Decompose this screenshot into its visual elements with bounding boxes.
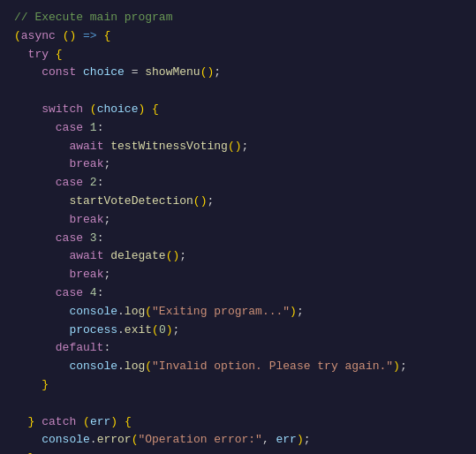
- token-paren: (): [63, 27, 77, 46]
- token-paren: ): [138, 101, 145, 119]
- token-plain: [56, 27, 63, 46]
- token-keyword: try: [28, 46, 49, 64]
- token-paren: (: [83, 413, 90, 432]
- token-brace: {: [103, 27, 110, 46]
- token-paren: (: [14, 27, 21, 46]
- token-plain: ;: [173, 322, 180, 340]
- token-func: testWitnessVoting: [110, 138, 228, 156]
- token-await: await: [69, 247, 103, 266]
- code-line: break;: [0, 211, 476, 230]
- token-plain: ;: [297, 303, 304, 322]
- code-line: }: [0, 376, 476, 395]
- token-func: startVoteDetection: [69, 193, 193, 211]
- token-catch: catch: [42, 413, 76, 432]
- token-number: 3: [90, 230, 97, 248]
- code-line: // Execute main program: [0, 9, 476, 27]
- code-line: [0, 395, 476, 413]
- token-plain: =: [125, 64, 145, 82]
- token-plain: [14, 322, 69, 340]
- token-plain: .: [117, 358, 125, 376]
- token-plain: :: [97, 119, 104, 138]
- token-comment: // Execute main program: [14, 9, 172, 27]
- token-plain: :: [97, 230, 104, 248]
- token-plain: [14, 358, 69, 376]
- token-err: err: [90, 413, 110, 432]
- token-paren: ): [393, 358, 400, 376]
- token-plain: [14, 266, 69, 284]
- code-line: case 4:: [0, 284, 476, 303]
- token-plain: [14, 138, 69, 156]
- token-err: err: [276, 431, 297, 450]
- code-line: switch (choice) {: [0, 101, 476, 119]
- token-paren: ): [166, 322, 173, 340]
- token-plain: [14, 155, 69, 174]
- token-default: default: [56, 339, 104, 358]
- token-plain: [83, 230, 90, 248]
- token-brace: {: [152, 101, 159, 119]
- token-plain: [14, 376, 42, 395]
- code-line: await delegate();: [0, 247, 476, 266]
- token-plain: [76, 413, 83, 432]
- token-plain: [14, 119, 56, 138]
- token-plain: :: [97, 174, 104, 193]
- token-paren: ): [297, 431, 304, 450]
- token-plain: [83, 284, 90, 303]
- token-break: break: [69, 155, 103, 174]
- code-line: } catch (err) {: [0, 413, 476, 432]
- token-await: await: [69, 138, 103, 156]
- token-plain: ;: [103, 211, 110, 230]
- code-line: (async () => {: [0, 27, 476, 46]
- token-plain: [76, 27, 83, 46]
- token-plain: [14, 339, 56, 358]
- token-keyword: async: [21, 27, 56, 46]
- token-plain: [103, 247, 110, 266]
- token-plain: [14, 46, 28, 64]
- token-paren: (: [152, 322, 159, 340]
- code-line: startVoteDetection();: [0, 193, 476, 211]
- code-line: const choice = showMenu();: [0, 64, 476, 82]
- token-case: case: [56, 284, 83, 303]
- code-line: case 2:: [0, 174, 476, 193]
- token-case: case: [56, 230, 83, 248]
- token-paren: (): [166, 247, 180, 266]
- token-plain: [49, 46, 56, 64]
- token-break: break: [69, 266, 103, 284]
- code-line: try {: [0, 46, 476, 64]
- token-console: process: [69, 322, 117, 340]
- token-string: "Invalid option. Please try again.": [152, 358, 393, 376]
- token-plain: [14, 431, 42, 450]
- code-line: [0, 82, 476, 101]
- token-plain: [83, 101, 90, 119]
- code-line: await testWitnessVoting();: [0, 138, 476, 156]
- token-brace: {: [56, 46, 63, 64]
- token-paren: ): [290, 303, 297, 322]
- token-keyword: const: [42, 64, 76, 82]
- token-case: case: [56, 119, 83, 138]
- code-line: break;: [0, 155, 476, 174]
- token-var: choice: [97, 101, 139, 119]
- token-number: 1: [90, 119, 97, 138]
- token-plain: [103, 138, 110, 156]
- token-method: error: [97, 431, 132, 450]
- token-plain: [14, 101, 42, 119]
- code-line: console.log("Exiting program...");: [0, 303, 476, 322]
- token-var: choice: [83, 64, 125, 82]
- token-number: 4: [90, 284, 97, 303]
- token-paren: (: [132, 431, 139, 450]
- token-plain: ;: [179, 247, 186, 266]
- code-line: console.error("Operation error:", err);: [0, 431, 476, 450]
- token-plain: [14, 247, 69, 266]
- code-line: case 3:: [0, 230, 476, 248]
- token-plain: [14, 303, 69, 322]
- token-console: console: [69, 303, 117, 322]
- token-plain: [14, 413, 28, 432]
- token-paren: (: [90, 101, 97, 119]
- token-paren: (): [193, 193, 208, 211]
- code-line: }: [0, 450, 476, 454]
- token-break: break: [69, 211, 103, 230]
- token-plain: [83, 174, 90, 193]
- token-plain: [14, 211, 69, 230]
- token-plain: [34, 413, 42, 432]
- token-plain: ;: [207, 193, 214, 211]
- token-console: console: [42, 431, 90, 450]
